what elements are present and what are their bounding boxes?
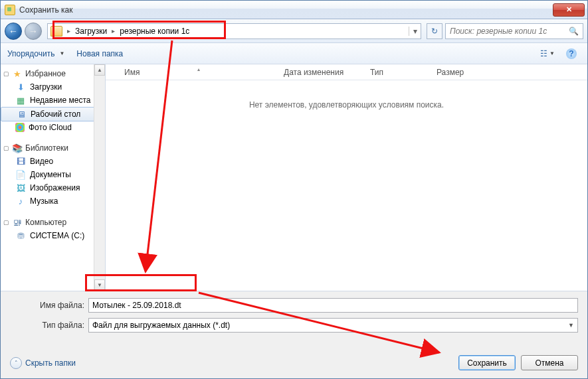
tree-item-recent[interactable]: ▦Недавние места	[1, 94, 105, 107]
filetype-value: Файл для выгружаемых данных (*.dt)	[92, 321, 230, 330]
chevron-down-icon: ▼	[568, 322, 574, 329]
chevron-up-icon: ˄	[10, 357, 22, 369]
tree-group-favorites[interactable]: ▢ ★ Избранное	[1, 67, 105, 80]
tree-item-label: Документы	[30, 170, 71, 179]
new-folder-button[interactable]: Новая папка	[76, 49, 123, 58]
column-header-name[interactable]: Имя ▴	[119, 68, 278, 77]
cancel-button[interactable]: Отмена	[521, 355, 578, 370]
command-toolbar: Упорядочить ▼ Новая папка ☷ ▼ ?	[1, 43, 587, 64]
recent-icon: ▦	[15, 95, 26, 106]
app-icon	[5, 5, 15, 15]
tree-item-label: Загрузки	[30, 82, 62, 92]
column-headers: Имя ▴ Дата изменения Тип Размер	[106, 64, 587, 80]
filetype-select[interactable]: Файл для выгружаемых данных (*.dt) ▼	[88, 318, 578, 333]
view-icon: ☷	[540, 49, 547, 58]
organize-label: Упорядочить	[7, 49, 54, 58]
tree-group-label: Избранное	[25, 69, 66, 78]
forward-button[interactable]: →	[25, 23, 42, 40]
collapse-icon[interactable]: ▢	[3, 145, 9, 151]
library-icon: 📚	[12, 143, 23, 153]
tree-item-videos[interactable]: 🎞Видео	[1, 155, 105, 168]
document-icon: 📄	[15, 169, 26, 180]
tree-item-system-drive[interactable]: ⛃СИСТЕМА (C:)	[1, 229, 105, 242]
desktop-icon: 🖥	[16, 109, 27, 119]
filename-input[interactable]	[88, 298, 578, 313]
tree-item-label: Фото iCloud	[29, 123, 72, 132]
tree-item-label: Изображения	[30, 183, 80, 192]
tree-item-music[interactable]: ♪Музыка	[1, 194, 105, 208]
breadcrumb-segment-0[interactable]: Загрузки	[72, 24, 110, 38]
scroll-track[interactable]	[94, 76, 105, 279]
collapse-icon[interactable]: ▢	[3, 71, 9, 77]
chevron-down-icon: ▼	[549, 50, 555, 56]
save-form: Имя файла: Тип файла: Файл для выгружаем…	[1, 291, 587, 342]
save-button[interactable]: Сохранить	[458, 355, 516, 370]
folder-icon	[50, 26, 62, 37]
video-icon: 🎞	[15, 156, 26, 167]
help-button[interactable]: ?	[562, 46, 581, 61]
download-icon: ⬇	[15, 82, 26, 92]
back-button[interactable]: ←	[5, 23, 22, 40]
tree-group-computer[interactable]: ▢ 🖳 Компьютер	[1, 216, 105, 229]
star-icon: ★	[12, 68, 23, 79]
hide-folders-link[interactable]: ˄ Скрыть папки	[10, 357, 76, 369]
view-options-button[interactable]: ☷ ▼	[538, 46, 557, 61]
search-box[interactable]: 🔍	[445, 23, 583, 39]
computer-icon: 🖳	[12, 217, 23, 228]
sidebar-scrollbar[interactable]: ▲ ▼	[94, 64, 105, 291]
breadcrumb-bar[interactable]: ▸ Загрузки ▸ резерные копии 1с ▾	[47, 23, 421, 39]
column-header-type[interactable]: Тип	[365, 68, 431, 77]
tree-item-documents[interactable]: 📄Документы	[1, 168, 105, 181]
window-title: Сохранить как	[19, 5, 553, 15]
main-area: ▢ ★ Избранное ⬇Загрузки ▦Недавние места …	[1, 64, 587, 291]
icloud-icon	[15, 123, 25, 132]
chevron-down-icon: ▼	[59, 50, 64, 56]
save-as-dialog: Сохранить как ✕ ← → ▸ Загрузки ▸ резерны…	[0, 0, 588, 379]
file-list: Нет элементов, удовлетворяющих условиям …	[106, 80, 587, 291]
tree-item-label: Видео	[30, 157, 53, 166]
filename-label: Имя файла:	[10, 301, 84, 310]
search-input[interactable]	[450, 27, 569, 36]
search-icon[interactable]: 🔍	[569, 27, 579, 36]
tree-item-desktop[interactable]: 🖥Рабочий стол	[1, 107, 105, 121]
tree-item-label: Недавние места	[30, 96, 90, 105]
tree-group-libraries[interactable]: ▢ 📚 Библиотеки	[1, 141, 105, 155]
tree-group-label: Компьютер	[25, 218, 66, 227]
nav-toolbar: ← → ▸ Загрузки ▸ резерные копии 1с ▾ ↻ 🔍	[1, 19, 587, 43]
titlebar: Сохранить как ✕	[1, 1, 587, 19]
collapse-icon[interactable]: ▢	[3, 220, 9, 226]
scroll-down-button[interactable]: ▼	[94, 279, 105, 291]
empty-message: Нет элементов, удовлетворяющих условиям …	[249, 100, 444, 110]
drive-icon: ⛃	[15, 230, 26, 241]
tree-item-label: Музыка	[30, 196, 58, 206]
chevron-right-icon[interactable]: ▸	[110, 27, 117, 35]
breadcrumb-segment-1[interactable]: резерные копии 1с	[117, 24, 192, 38]
tree-item-icloud-photos[interactable]: Фото iCloud	[1, 121, 105, 133]
organize-menu[interactable]: Упорядочить ▼	[7, 49, 64, 58]
file-list-pane: Имя ▴ Дата изменения Тип Размер Нет элем…	[106, 64, 587, 291]
hide-folders-label: Скрыть папки	[25, 358, 76, 368]
tree-item-label: СИСТЕМА (C:)	[30, 231, 84, 240]
sort-indicator-icon: ▴	[197, 66, 200, 72]
music-icon: ♪	[15, 196, 26, 206]
column-header-date[interactable]: Дата изменения	[278, 68, 365, 77]
filetype-label: Тип файла:	[10, 321, 84, 330]
refresh-button[interactable]: ↻	[427, 23, 442, 39]
tree-group-label: Библиотеки	[25, 143, 68, 153]
chevron-right-icon[interactable]: ▸	[65, 27, 72, 35]
tree-item-pictures[interactable]: 🖼Изображения	[1, 181, 105, 194]
column-header-size[interactable]: Размер	[431, 68, 491, 77]
nav-tree: ▢ ★ Избранное ⬇Загрузки ▦Недавние места …	[1, 64, 106, 291]
scroll-up-button[interactable]: ▲	[94, 64, 105, 76]
close-button[interactable]: ✕	[553, 3, 585, 17]
breadcrumb-dropdown-icon[interactable]: ▾	[409, 27, 421, 36]
tree-item-label: Рабочий стол	[31, 110, 80, 119]
action-bar: ˄ Скрыть папки Сохранить Отмена	[1, 342, 587, 378]
picture-icon: 🖼	[15, 183, 26, 193]
help-icon: ?	[566, 48, 577, 59]
tree-item-downloads[interactable]: ⬇Загрузки	[1, 80, 105, 94]
